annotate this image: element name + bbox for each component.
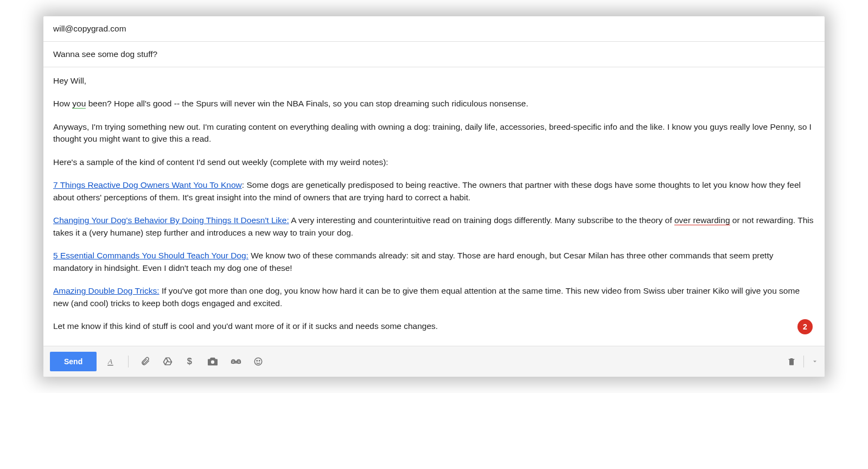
subject-field[interactable]: Wanna see some dog stuff? <box>43 42 825 67</box>
spellcheck-word: over rewarding <box>674 216 730 225</box>
compose-window: will@copygrad.com Wanna see some dog stu… <box>43 16 825 377</box>
content-item: Amazing Double Dog Tricks: If you've got… <box>53 285 815 309</box>
emoji-icon[interactable] <box>253 357 263 366</box>
divider <box>128 356 129 367</box>
content-link[interactable]: 5 Essential Commands You Should Teach Yo… <box>53 251 248 260</box>
content-link[interactable]: Changing Your Dog's Behavior By Doing Th… <box>53 216 289 225</box>
compose-toolbar: Send A $ <box>43 346 825 377</box>
svg-text:$: $ <box>187 356 192 366</box>
attach-icon[interactable] <box>141 356 150 367</box>
link-icon[interactable] <box>231 358 241 365</box>
more-options-icon[interactable] <box>812 358 818 365</box>
svg-point-9 <box>259 360 260 361</box>
content-item: 7 Things Reactive Dog Owners Want You To… <box>53 179 815 204</box>
money-icon[interactable]: $ <box>185 356 195 367</box>
svg-text:A: A <box>107 357 113 365</box>
send-button[interactable]: Send <box>50 352 97 371</box>
svg-point-3 <box>211 360 214 363</box>
spellcheck-word: you <box>72 99 86 109</box>
content-item: 5 Essential Commands You Should Teach Yo… <box>53 250 815 274</box>
content-item: Changing Your Dog's Behavior By Doing Th… <box>53 214 815 239</box>
message-body[interactable]: Hey Will, How you been? Hope all's good … <box>43 67 825 346</box>
photo-icon[interactable] <box>207 357 219 366</box>
discard-icon[interactable] <box>787 357 796 366</box>
formatting-icon[interactable]: A <box>106 357 116 366</box>
content-link[interactable]: Amazing Double Dog Tricks: <box>53 286 159 295</box>
notification-badge[interactable]: 2 <box>797 319 813 334</box>
divider <box>803 356 804 367</box>
body-paragraph: Here's a sample of the kind of content I… <box>53 156 815 168</box>
body-paragraph: How you been? Hope all's good -- the Spu… <box>53 98 815 110</box>
body-greeting: Hey Will, <box>53 75 815 87</box>
svg-point-7 <box>254 358 262 365</box>
svg-point-8 <box>257 360 258 361</box>
body-paragraph: Anyways, I'm trying something new out. I… <box>53 121 815 145</box>
to-field[interactable]: will@copygrad.com <box>43 16 825 42</box>
drive-icon[interactable] <box>162 357 173 366</box>
content-link[interactable]: 7 Things Reactive Dog Owners Want You To… <box>53 180 242 189</box>
body-closing: Let me know if this kind of stuff is coo… <box>53 320 815 332</box>
